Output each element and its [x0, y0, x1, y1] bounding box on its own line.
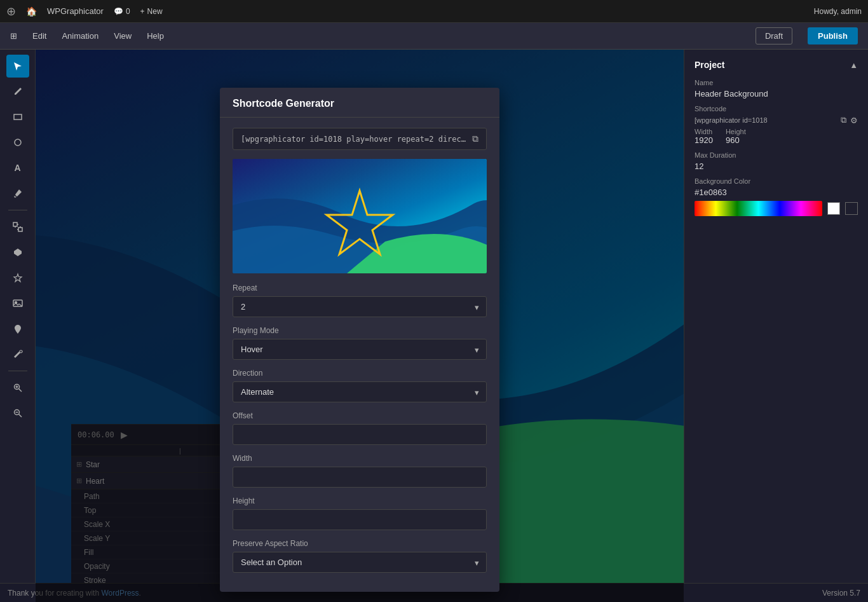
settings-shortcode-icon[interactable]: ⚙	[850, 116, 858, 125]
width-dim: Width 1920	[695, 128, 713, 145]
wp-logo-icon: ⊕	[6, 4, 16, 18]
bg-color-label: Background Color	[695, 177, 858, 185]
draft-button[interactable]: Draft	[756, 27, 792, 44]
color-dark-box[interactable]	[845, 202, 858, 215]
image-tool[interactable]	[6, 292, 29, 315]
left-toolbar: A	[0, 50, 36, 602]
svg-rect-2	[13, 222, 17, 226]
home-icon: 🏠	[26, 6, 37, 17]
cursor-tool[interactable]	[6, 55, 29, 78]
playing-mode-label: Playing Mode	[233, 326, 487, 335]
menu-animation[interactable]: Animation	[62, 31, 98, 41]
wp-admin-bar: ⊕ 🏠 WPGraphicator 💬 0 + New Howdy, admin	[0, 0, 868, 23]
repeat-field: Repeat 2 1 3 infinite	[233, 284, 487, 317]
svg-marker-9	[14, 274, 22, 282]
repeat-select-wrapper: 2 1 3 infinite	[233, 296, 487, 317]
max-duration-label: Max Duration	[695, 151, 858, 159]
text-tool[interactable]: A	[6, 156, 29, 179]
menu-help[interactable]: Help	[147, 31, 164, 41]
svg-rect-0	[14, 114, 22, 120]
playing-mode-select-wrapper: Hover Auto Click Scroll	[233, 339, 487, 360]
modal-overlay: Shortcode Generator [wpgraphicator id=10…	[36, 50, 684, 602]
main-layout: A	[0, 50, 868, 602]
direction-select-wrapper: Alternate Normal Reverse Alternate Rever…	[233, 381, 487, 402]
zoom-in-tool[interactable]	[6, 376, 29, 399]
height-field: Height	[233, 496, 487, 530]
repeat-label: Repeat	[233, 284, 487, 292]
menu-edit[interactable]: Edit	[32, 31, 46, 41]
direction-label: Direction	[233, 369, 487, 378]
shortcode-generator-modal: Shortcode Generator [wpgraphicator id=10…	[220, 88, 499, 592]
svg-marker-8	[14, 249, 22, 256]
node-tool[interactable]	[6, 241, 29, 264]
site-name[interactable]: WPGraphicator	[47, 6, 104, 16]
svg-rect-3	[18, 228, 22, 231]
transform-tool[interactable]	[6, 215, 29, 238]
tool-divider-2	[8, 371, 27, 371]
svg-line-18	[18, 414, 22, 418]
modal-header: Shortcode Generator	[220, 88, 499, 118]
circle-tool[interactable]	[6, 131, 29, 154]
svg-line-14	[18, 389, 22, 392]
plus-icon: +	[140, 7, 145, 16]
preserve-aspect-select[interactable]: Select an Option Yes No	[233, 552, 487, 573]
direction-field: Direction Alternate Normal Reverse Alter…	[233, 369, 487, 402]
height-label: Height	[233, 496, 487, 505]
comments-icon: 💬	[114, 7, 123, 16]
copy-shortcode-icon[interactable]: ⧉	[841, 115, 846, 125]
direction-select[interactable]: Alternate Normal Reverse Alternate Rever…	[233, 381, 487, 402]
preserve-aspect-field: Preserve Aspect Ratio Select an Option Y…	[233, 539, 487, 573]
name-label: Name	[695, 79, 858, 86]
panel-collapse-icon[interactable]: ▲	[850, 60, 858, 70]
publish-button[interactable]: Publish	[808, 27, 858, 44]
fill-tool[interactable]	[6, 317, 29, 340]
comments-count: 0	[126, 7, 130, 16]
comments-link[interactable]: 💬 0	[114, 7, 130, 16]
width-dim-label: Width	[695, 128, 713, 135]
max-duration-value: 12	[695, 161, 858, 171]
bg-color-value: #1e0863	[695, 188, 858, 197]
offset-input[interactable]	[233, 424, 487, 445]
repeat-select[interactable]: 2 1 3 infinite	[233, 296, 487, 317]
zoom-out-tool[interactable]	[6, 402, 29, 425]
height-input[interactable]	[233, 509, 487, 530]
panel-title: Project	[695, 60, 724, 70]
svg-point-1	[15, 139, 21, 146]
width-field: Width	[233, 454, 487, 488]
rect-tool[interactable]	[6, 106, 29, 128]
menu-view[interactable]: View	[114, 31, 132, 41]
modal-body: [wpgraphicator id=1018 play=hover repeat…	[220, 118, 499, 592]
offset-label: Offset	[233, 411, 487, 420]
panel-section-header: Project ▲	[695, 60, 858, 70]
canvas-area: 00:06.00 ▶ | 1 2 3 4 5 6 7 8 9 10 11	[36, 50, 684, 602]
secondary-toolbar: ⊞ Edit Animation View Help Draft Publish	[0, 23, 868, 50]
name-value: Header Background	[695, 89, 858, 99]
offset-field: Offset	[233, 411, 487, 445]
height-dim-value: 960	[726, 135, 746, 145]
width-label: Width	[233, 454, 487, 463]
shortcode-display-row: [wpgraphicator id=1018 play=hover repeat…	[233, 128, 487, 150]
playing-mode-field: Playing Mode Hover Auto Click Scroll	[233, 326, 487, 360]
color-preview-row	[695, 201, 858, 216]
shortcode-label: Shortcode	[695, 105, 858, 113]
tool-divider-1	[8, 210, 27, 210]
playing-mode-select[interactable]: Hover Auto Click Scroll	[233, 339, 487, 360]
modal-preview	[233, 159, 487, 273]
width-dim-value: 1920	[695, 135, 713, 145]
pen-tool[interactable]	[6, 80, 29, 103]
color-swatch-bar[interactable]	[695, 201, 822, 216]
color-white-box[interactable]	[827, 202, 840, 215]
new-button[interactable]: + New	[140, 7, 163, 16]
shortcode-display-text: [wpgraphicator id=1018 play=hover repeat…	[241, 135, 467, 144]
copy-icon[interactable]: ⧉	[472, 133, 478, 144]
dimensions-row: Width 1920 Height 960	[695, 128, 858, 145]
star-tool[interactable]	[6, 266, 29, 289]
preserve-aspect-select-wrapper: Select an Option Yes No	[233, 552, 487, 573]
brush-tool[interactable]	[6, 182, 29, 205]
width-input[interactable]	[233, 467, 487, 488]
preserve-aspect-label: Preserve Aspect Ratio	[233, 539, 487, 548]
modal-title: Shortcode Generator	[233, 98, 334, 109]
wp-icon[interactable]: ⊞	[10, 31, 17, 41]
right-panel: Project ▲ Name Header Background Shortco…	[684, 50, 868, 602]
paint-tool[interactable]	[6, 343, 29, 366]
